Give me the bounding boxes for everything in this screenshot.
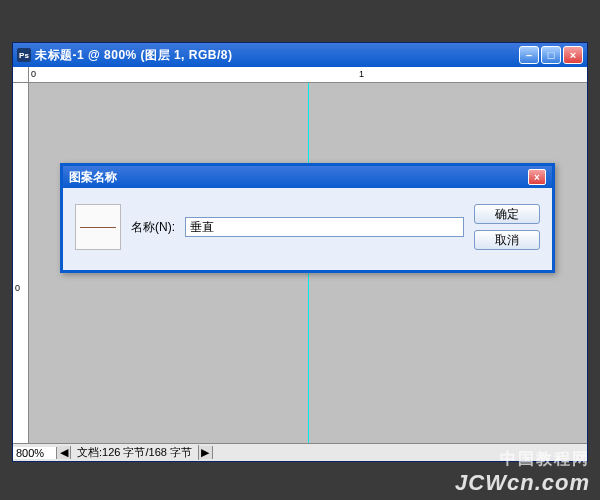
ruler-tick: 0	[15, 283, 20, 293]
ruler-tick: 0	[31, 69, 36, 79]
dialog-body: 名称(N): 确定 取消	[63, 188, 552, 270]
app-icon: Ps	[17, 48, 31, 62]
scroll-left-button[interactable]: ◀	[57, 446, 71, 459]
ruler-tick: 1	[359, 69, 364, 79]
dialog-buttons: 确定 取消	[474, 204, 540, 250]
name-label: 名称(N):	[131, 219, 175, 236]
watermark-url: JCWcn.com	[455, 470, 590, 496]
pattern-preview	[75, 204, 121, 250]
ruler-vertical[interactable]: 0	[13, 83, 29, 443]
zoom-level[interactable]: 800%	[13, 447, 57, 459]
name-input[interactable]	[185, 217, 464, 237]
dialog-titlebar: 图案名称 ×	[63, 166, 552, 188]
dialog-title: 图案名称	[69, 169, 528, 186]
close-button[interactable]: ×	[563, 46, 583, 64]
watermark: 中国教程网 JCWcn.com	[455, 449, 590, 496]
dialog-close-button[interactable]: ×	[528, 169, 546, 185]
ruler-corner	[13, 67, 29, 83]
maximize-button[interactable]: □	[541, 46, 561, 64]
watermark-cn: 中国教程网	[455, 449, 590, 470]
minimize-button[interactable]: –	[519, 46, 539, 64]
cancel-button[interactable]: 取消	[474, 230, 540, 250]
titlebar: Ps 未标题-1 @ 800% (图层 1, RGB/8) – □ ×	[13, 43, 587, 67]
document-info: 文档:126 字节/168 字节	[71, 445, 199, 460]
window-title: 未标题-1 @ 800% (图层 1, RGB/8)	[35, 47, 517, 64]
pattern-name-dialog: 图案名称 × 名称(N): 确定 取消	[60, 163, 555, 273]
ruler-horizontal[interactable]: 0 1	[29, 67, 587, 83]
ok-button[interactable]: 确定	[474, 204, 540, 224]
scroll-right-button[interactable]: ▶	[199, 446, 213, 459]
app-window: Ps 未标题-1 @ 800% (图层 1, RGB/8) – □ × 0 1 …	[12, 42, 588, 462]
